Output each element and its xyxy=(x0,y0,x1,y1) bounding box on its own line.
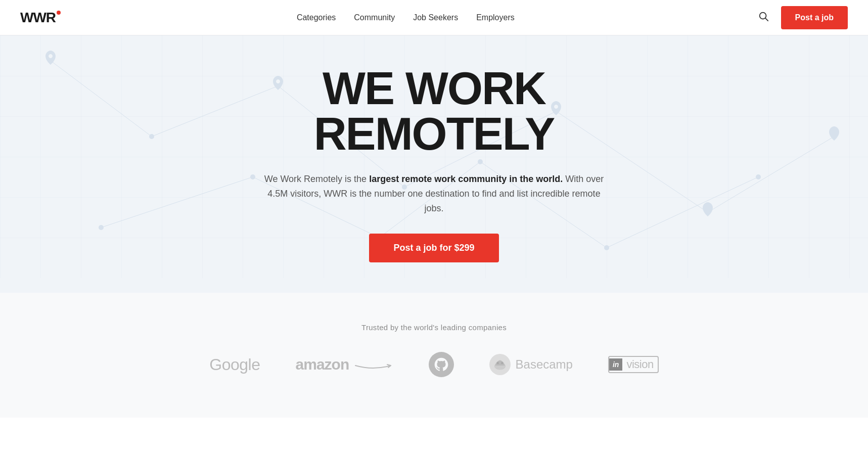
post-job-button[interactable]: Post a job xyxy=(781,6,848,29)
hero-subtitle-plain: We Work Remotely is the xyxy=(264,174,369,184)
basecamp-shape-icon xyxy=(493,357,507,372)
hero-subtitle: We Work Remotely is the largest remote w… xyxy=(257,172,611,215)
github-logo xyxy=(429,352,454,377)
amazon-smile-icon xyxy=(353,364,393,370)
invision-logo: in vision xyxy=(608,356,659,373)
nav-links: Categories Community Job Seekers Employe… xyxy=(297,13,515,22)
search-button[interactable] xyxy=(756,9,771,26)
github-icon xyxy=(433,356,449,373)
nav-right: Post a job xyxy=(756,6,848,29)
trusted-label: Trusted by the world's leading companies xyxy=(20,323,848,332)
hero-content: WE WORK REMOTELY We Work Remotely is the… xyxy=(207,66,662,262)
svg-point-26 xyxy=(756,174,761,179)
logo-dot xyxy=(57,11,61,15)
hero-cta-button[interactable]: Post a job for $299 xyxy=(369,234,498,262)
hero-title: WE WORK REMOTELY xyxy=(207,66,662,157)
trusted-section: Trusted by the world's leading companies… xyxy=(0,293,868,418)
nav-item-community[interactable]: Community xyxy=(354,13,395,22)
nav-logo[interactable]: WWR xyxy=(20,10,56,26)
basecamp-icon xyxy=(489,354,511,375)
svg-point-21 xyxy=(99,225,104,230)
nav-item-job-seekers[interactable]: Job Seekers xyxy=(413,13,458,22)
nav-item-categories[interactable]: Categories xyxy=(297,13,336,22)
google-logo: Google xyxy=(209,355,260,374)
basecamp-logo: Basecamp xyxy=(489,354,573,375)
navbar: WWR Categories Community Job Seekers Emp… xyxy=(0,0,868,35)
hero-subtitle-bold: largest remote work community in the wor… xyxy=(369,174,563,184)
amazon-logo: amazon xyxy=(296,356,393,373)
hero-section: WE WORK REMOTELY We Work Remotely is the… xyxy=(0,35,868,293)
search-icon xyxy=(758,11,769,22)
svg-point-29 xyxy=(501,362,503,364)
svg-line-1 xyxy=(765,18,768,21)
nav-item-employers[interactable]: Employers xyxy=(476,13,515,22)
svg-point-28 xyxy=(496,362,498,364)
company-logos-row: Google amazon xyxy=(20,352,848,377)
svg-point-15 xyxy=(149,134,154,139)
